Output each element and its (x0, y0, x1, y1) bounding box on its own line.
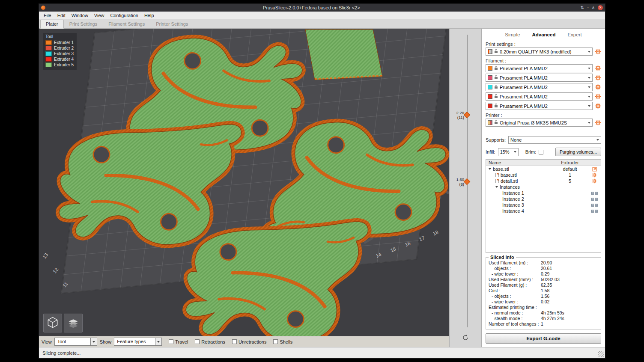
mode-simple[interactable]: Simple (505, 32, 520, 37)
part-file-icon (495, 179, 499, 183)
mode-switcher: Simple Advanced Expert (486, 30, 601, 40)
retractions-checkbox[interactable] (195, 339, 200, 344)
menu-edit[interactable]: Edit (54, 12, 69, 18)
supports-label: Supports: (486, 137, 506, 142)
layer-slider-lower-handle[interactable] (464, 178, 471, 185)
brim-checkbox[interactable] (539, 150, 543, 154)
filament-1-combo[interactable]: Prusament PLA MMU2 (486, 64, 593, 72)
plater-scene[interactable]: ORIGINAL PRUSA 13 12 11 14 (39, 29, 449, 336)
printer-gear-button[interactable] (595, 119, 601, 126)
legend-item: Extruder 3 (45, 51, 75, 56)
part-settings-gear-icon[interactable] (592, 178, 597, 184)
filament-5-gear-button[interactable] (595, 103, 601, 109)
instance-row-2[interactable]: Instance 2 (486, 196, 601, 202)
infill-select[interactable]: 15% (498, 148, 519, 156)
shells-checkbox[interactable] (273, 339, 278, 344)
object-list-header: Name Extruder (486, 160, 601, 166)
filament-3-gear-button[interactable] (595, 84, 601, 90)
legend-item: Extruder 5 (45, 62, 75, 67)
sliced-info-row: Used Filament (mm³) :50282.03 (489, 277, 598, 282)
chevron-down-icon (155, 338, 161, 345)
purging-volumes-button[interactable]: Purging volumes... (555, 148, 601, 156)
travel-checkbox[interactable] (169, 339, 173, 344)
extruder-2-swatch (45, 46, 52, 50)
print-settings-label: Print settings : (486, 42, 601, 47)
extruder-3-swatch (45, 51, 52, 56)
extruder-4-swatch (45, 57, 52, 62)
show-value: Feature types (114, 338, 155, 345)
supports-select[interactable]: None (508, 136, 601, 144)
filament-5-combo[interactable]: Prusament PLA MMU2 (486, 102, 593, 110)
instance-grid-icon (595, 192, 598, 195)
resize-grip[interactable] (598, 351, 604, 357)
instances-group-row[interactable]: Instances (486, 184, 601, 190)
tab-printer-settings[interactable]: Printer Settings (150, 20, 194, 29)
menu-view[interactable]: View (91, 12, 107, 18)
tab-print-settings[interactable]: Print Settings (64, 20, 103, 29)
wipe-tower[interactable] (305, 30, 382, 80)
object-row-base[interactable]: base.stl default (486, 166, 601, 172)
chevron-down-icon (588, 51, 590, 53)
menu-window[interactable]: Window (69, 12, 91, 18)
part-row-detail[interactable]: detail.stl 5 (486, 178, 601, 184)
lock-icon (495, 77, 498, 79)
sliced-info-row: - objects :20.61 (489, 266, 598, 271)
show-select[interactable]: Feature types (114, 338, 162, 346)
filament-2-gear-button[interactable] (595, 74, 601, 81)
extruder-4-label: Extruder 4 (54, 57, 74, 62)
menu-configuration[interactable]: Configuration (107, 12, 141, 18)
unretractions-label: Unretractions (239, 339, 266, 344)
slider-reset-button[interactable] (462, 334, 469, 343)
chevron-down-icon (90, 338, 97, 345)
print-settings-gear-button[interactable] (595, 48, 601, 55)
part-settings-gear-icon[interactable] (592, 172, 597, 178)
filament-1-gear-button[interactable] (595, 65, 601, 71)
window-maximize-icon[interactable]: ∧ (592, 5, 595, 10)
title-bar[interactable]: PrusaSlicer-2.0.0+Fedora based on Slic3r… (39, 4, 605, 12)
filament-3-combo[interactable]: Prusament PLA MMU2 (486, 83, 593, 91)
window-close-button[interactable]: × (598, 5, 603, 10)
tab-filament-settings[interactable]: Filament Settings (103, 20, 150, 29)
filament-4-gear-button[interactable] (595, 93, 601, 100)
filament-4-combo[interactable]: Prusament PLA MMU2 (486, 92, 593, 101)
instance-row-4[interactable]: Instance 4 (486, 208, 601, 214)
travel-label: Travel (175, 339, 188, 344)
export-gcode-button[interactable]: Export G-code (486, 333, 601, 344)
filament-2-combo[interactable]: Prusament PLA MMU2 (486, 74, 593, 82)
print-settings-combo[interactable]: 0.20mm QUALITY MK3 (modified) (486, 47, 593, 56)
mode-advanced[interactable]: Advanced (532, 32, 555, 37)
menu-bar: File Edit Window View Configuration Help (39, 12, 605, 19)
expander-icon[interactable] (495, 186, 498, 188)
perspective-cube-button[interactable] (43, 314, 62, 332)
mode-expert[interactable]: Expert (567, 32, 581, 37)
object-menu-icon[interactable] (592, 167, 597, 172)
view-mode-select[interactable]: Tool (54, 338, 97, 346)
tab-plater[interactable]: Plater (40, 20, 64, 29)
sliced-info-title: Sliced Info (489, 255, 516, 260)
printer-combo[interactable]: Original Prusa i3 MK3S MMU2S (486, 119, 593, 127)
menu-help[interactable]: Help (141, 12, 157, 18)
sliced-info-row: Number of tool changes :1 (489, 321, 598, 327)
unretractions-checkbox[interactable] (232, 339, 237, 344)
instance-row-1[interactable]: Instance 1 (486, 190, 601, 196)
sliced-info-row: - normal mode :4h 25m 59s (489, 310, 598, 316)
plater-3d-viewport[interactable]: ORIGINAL PRUSA 13 12 11 14 (39, 29, 449, 336)
window-minimize-icon[interactable]: ▫ (587, 5, 589, 10)
shells-checkbox-item: Shells (273, 339, 292, 344)
printer-value: Original Prusa i3 MK3S MMU2S (500, 120, 586, 125)
filament-3-value: Prusament PLA MMU2 (500, 85, 586, 90)
viewport-toolbar: View Tool Show Feature types Travel Retr… (39, 336, 449, 347)
instance-row-3[interactable]: Instance 3 (486, 202, 601, 208)
legend-item: Extruder 2 (45, 46, 75, 50)
part-row-base[interactable]: base.stl 1 (486, 172, 601, 178)
filament-1-color-swatch (488, 66, 492, 71)
window-roll-icon[interactable]: ⇅ (581, 5, 584, 10)
extruder-3-label: Extruder 3 (54, 51, 74, 56)
instance-grid-icon (591, 204, 594, 207)
layer-slider-upper-handle[interactable] (464, 112, 471, 119)
layers-view-button[interactable] (64, 314, 83, 332)
app-window: PrusaSlicer-2.0.0+Fedora based on Slic3r… (39, 3, 605, 359)
menu-file[interactable]: File (41, 12, 54, 18)
expander-icon[interactable] (489, 168, 491, 170)
tool-legend: Tool Extruder 1 Extruder 2 Extruder 3 (43, 33, 77, 70)
